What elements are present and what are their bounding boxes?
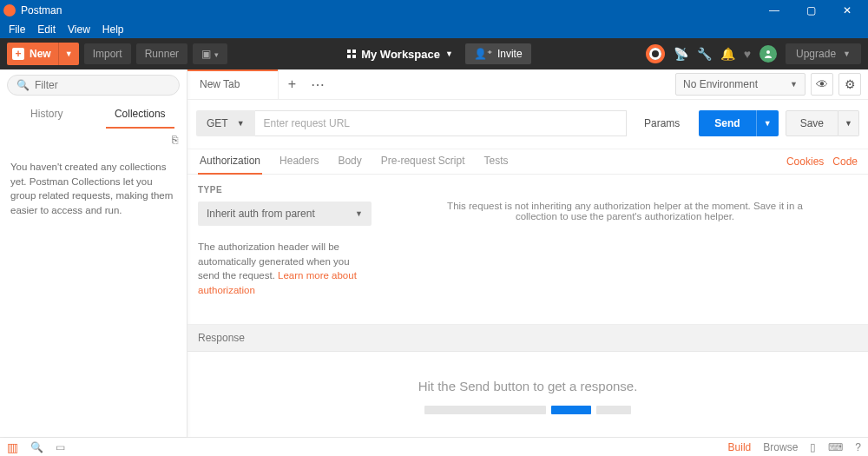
- save-button-caret[interactable]: ▼: [838, 110, 859, 136]
- auth-type-label: TYPE: [198, 185, 372, 195]
- filter-input-wrap[interactable]: 🔍: [7, 75, 180, 96]
- grid-icon: [347, 50, 356, 58]
- menubar: File Edit View Help: [0, 21, 868, 38]
- tab-body[interactable]: Body: [336, 149, 363, 174]
- new-window-button[interactable]: ▣▾: [193, 43, 227, 64]
- add-tab-button[interactable]: +: [279, 69, 305, 99]
- wrench-icon[interactable]: 🔧: [697, 47, 712, 61]
- send-label: Send: [699, 117, 755, 129]
- tab-history[interactable]: History: [0, 101, 94, 129]
- minimize-button[interactable]: —: [757, 0, 792, 21]
- environment-selector[interactable]: No Environment ▼: [675, 73, 806, 96]
- upgrade-button[interactable]: Upgrade ▼: [786, 43, 861, 64]
- upgrade-label: Upgrade: [796, 48, 836, 60]
- avatar-icon[interactable]: [760, 45, 777, 63]
- create-collection-icon[interactable]: ⎘: [172, 134, 178, 146]
- chevron-down-icon: ▼: [445, 50, 453, 58]
- menu-help[interactable]: Help: [97, 23, 129, 36]
- method-label: GET: [207, 117, 228, 129]
- new-button[interactable]: + New ▼: [7, 43, 79, 65]
- new-button-label: New: [24, 48, 58, 60]
- auth-type-value: Inherit auth from parent: [207, 208, 315, 220]
- plus-icon: +: [12, 48, 24, 60]
- code-link[interactable]: Code: [832, 155, 858, 168]
- loading-indicator: [424, 406, 631, 414]
- url-input[interactable]: Enter request URL: [255, 110, 627, 136]
- invite-label: Invite: [497, 48, 523, 60]
- params-button[interactable]: Params: [632, 110, 692, 136]
- request-section-tabs: Authorization Headers Body Pre-request S…: [187, 149, 868, 175]
- svg-point-0: [766, 50, 770, 54]
- two-pane-icon[interactable]: ▯: [810, 441, 816, 453]
- send-button[interactable]: Send ▼: [699, 110, 778, 136]
- import-button[interactable]: Import: [84, 43, 131, 64]
- runner-button[interactable]: Runner: [136, 43, 187, 64]
- tab-authorization[interactable]: Authorization: [198, 149, 262, 174]
- capture-icon[interactable]: [646, 44, 665, 63]
- maximize-button[interactable]: ▢: [793, 0, 828, 21]
- browse-view-link[interactable]: Browse: [763, 441, 798, 453]
- tab-collections[interactable]: Collections: [94, 101, 187, 129]
- sidebar: 🔍 History Collections ⎘ You haven't crea…: [0, 69, 187, 437]
- workspace-label: My Workspace: [361, 48, 440, 61]
- request-tab[interactable]: New Tab: [187, 69, 279, 99]
- invite-icon: 👤⁺: [474, 48, 492, 60]
- tab-options-button[interactable]: ⋯: [305, 69, 331, 99]
- invite-button[interactable]: 👤⁺ Invite: [465, 43, 531, 64]
- new-button-caret[interactable]: ▼: [58, 43, 79, 65]
- save-button[interactable]: Save: [786, 110, 838, 136]
- bell-icon[interactable]: 🔔: [720, 47, 735, 61]
- window-titlebar: Postman — ▢ ✕: [0, 0, 868, 21]
- console-icon[interactable]: ▭: [56, 441, 65, 453]
- send-button-caret[interactable]: ▼: [756, 110, 779, 136]
- menu-view[interactable]: View: [62, 23, 95, 36]
- url-bar: GET ▼ Enter request URL Params Send ▼ Sa…: [187, 100, 868, 149]
- cookies-link[interactable]: Cookies: [786, 155, 824, 168]
- method-selector[interactable]: GET ▼: [196, 110, 255, 136]
- quick-look-button[interactable]: 👁: [811, 73, 833, 96]
- chevron-down-icon: ▼: [237, 119, 245, 128]
- response-empty-message: Hit the Send button to get a response.: [418, 379, 638, 393]
- tab-tests[interactable]: Tests: [482, 149, 510, 174]
- find-icon[interactable]: 🔍: [30, 441, 43, 453]
- auth-inherit-message: This request is not inheriting any autho…: [392, 185, 858, 298]
- menu-file[interactable]: File: [3, 23, 30, 36]
- tab-prerequest[interactable]: Pre-request Script: [379, 149, 467, 174]
- keyboard-icon[interactable]: ⌨: [828, 441, 843, 453]
- chevron-down-icon: ▼: [790, 80, 798, 89]
- response-header: Response: [187, 325, 868, 352]
- request-tab-strip: New Tab + ⋯: [187, 69, 331, 99]
- collections-empty-message: You haven't created any collections yet.…: [0, 151, 187, 227]
- auth-description: The authorization header will be automat…: [198, 240, 372, 298]
- close-button[interactable]: ✕: [830, 0, 865, 21]
- environment-label: No Environment: [683, 78, 758, 90]
- statusbar: ▥ 🔍 ▭ Build Browse ▯ ⌨ ?: [0, 437, 868, 456]
- authorization-panel: TYPE Inherit auth from parent ▼ The auth…: [187, 175, 868, 325]
- response-body: Hit the Send button to get a response.: [187, 352, 868, 437]
- sidebar-toggle-icon[interactable]: ▥: [7, 440, 18, 454]
- build-view-link[interactable]: Build: [728, 441, 752, 453]
- help-icon[interactable]: ?: [855, 441, 861, 453]
- satellite-icon[interactable]: 📡: [674, 47, 688, 61]
- auth-type-selector[interactable]: Inherit auth from parent ▼: [198, 202, 372, 226]
- window-title: Postman: [21, 4, 62, 17]
- chevron-down-icon: ▼: [843, 50, 851, 58]
- heart-icon[interactable]: ♥: [744, 47, 751, 61]
- tab-headers[interactable]: Headers: [278, 149, 320, 174]
- filter-input[interactable]: [35, 79, 170, 91]
- workspace-selector[interactable]: My Workspace ▼: [342, 44, 458, 64]
- main-panel: New Tab + ⋯ No Environment ▼ 👁 ⚙ GET ▼ E…: [187, 69, 868, 437]
- settings-button[interactable]: ⚙: [838, 73, 861, 96]
- postman-icon: [3, 4, 16, 17]
- search-icon: 🔍: [16, 79, 30, 91]
- main-toolbar: + New ▼ Import Runner ▣▾ My Workspace ▼ …: [0, 38, 868, 69]
- menu-edit[interactable]: Edit: [32, 23, 61, 36]
- chevron-down-icon: ▼: [355, 209, 363, 218]
